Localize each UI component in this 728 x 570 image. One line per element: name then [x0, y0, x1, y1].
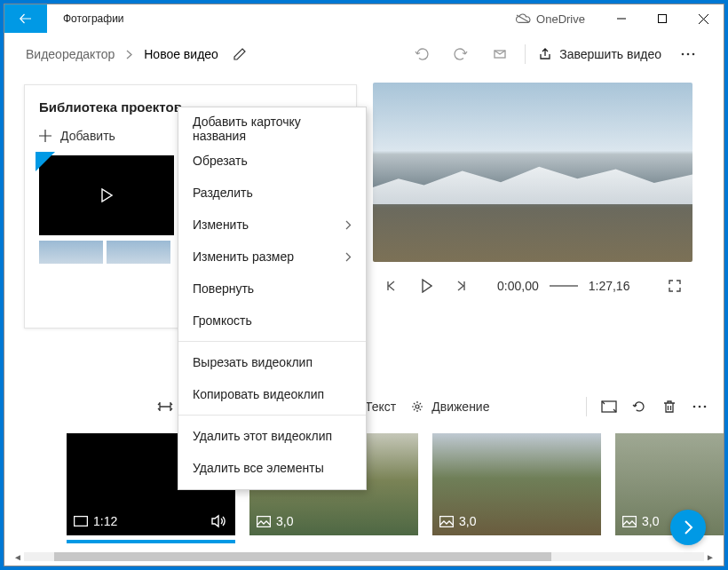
- chevron-right-icon: [344, 252, 352, 262]
- svg-point-4: [692, 53, 695, 56]
- scroll-thumb[interactable]: [54, 552, 551, 561]
- library-item[interactable]: [39, 241, 103, 264]
- clip-duration: 3,0: [459, 514, 476, 528]
- time-separator: [550, 285, 578, 287]
- context-menu-item[interactable]: Вырезать видеоклип: [178, 346, 366, 378]
- library-item[interactable]: [107, 241, 170, 264]
- time-total: 1:27,16: [583, 279, 636, 293]
- minimize-button[interactable]: [601, 4, 642, 33]
- add-label: Добавить: [60, 129, 115, 143]
- context-menu-label: Удалить этот видеоклип: [193, 429, 332, 443]
- motion-label: Движение: [431, 400, 489, 414]
- storyboard-clip[interactable]: 3,0: [432, 433, 601, 535]
- svg-point-9: [704, 406, 707, 408]
- context-menu-item[interactable]: Удалить все элементы: [178, 452, 366, 484]
- play-button[interactable]: [408, 279, 444, 293]
- svg-point-7: [693, 406, 696, 408]
- svg-point-8: [699, 406, 701, 408]
- preview-frame[interactable]: [373, 83, 692, 262]
- back-button[interactable]: [4, 4, 47, 33]
- more-clip-button[interactable]: [684, 392, 715, 422]
- export-icon: [538, 47, 552, 61]
- fullscreen-button[interactable]: [657, 279, 692, 293]
- svg-point-5: [415, 405, 419, 408]
- context-menu-item[interactable]: Громкость: [178, 305, 366, 336]
- cloud-icon: [515, 13, 531, 24]
- context-menu-item[interactable]: Разделить: [178, 177, 366, 209]
- volume-icon[interactable]: [210, 514, 226, 528]
- chevron-right-icon: [344, 220, 352, 230]
- toolbar-separator: [525, 44, 526, 64]
- svg-rect-13: [623, 516, 637, 526]
- context-menu-label: Добавить карточку названия: [193, 115, 352, 143]
- svg-rect-11: [257, 516, 271, 526]
- svg-rect-0: [659, 15, 667, 23]
- finish-video-button[interactable]: Завершить видео: [531, 47, 669, 61]
- text-label: Текст: [365, 400, 396, 414]
- aspect-button[interactable]: [594, 392, 624, 422]
- storyboard-clip[interactable]: 3,0: [615, 433, 724, 535]
- context-menu-label: Вырезать видеоклип: [193, 355, 313, 369]
- selection-corner-icon: [36, 152, 55, 171]
- context-menu: Добавить карточку названияОбрезатьРаздел…: [178, 107, 367, 490]
- maximize-button[interactable]: [642, 4, 683, 33]
- add-media-button[interactable]: Добавить: [39, 129, 115, 143]
- play-icon: [100, 188, 113, 202]
- context-menu-item[interactable]: Удалить этот видеоклип: [178, 420, 366, 452]
- context-menu-separator: [178, 341, 366, 342]
- plus-icon: [39, 130, 51, 142]
- breadcrumb-root[interactable]: Видеоредактор: [26, 47, 115, 61]
- next-frame-button[interactable]: [444, 280, 479, 292]
- more-button[interactable]: [669, 36, 708, 72]
- context-menu-item[interactable]: Изменить размер: [178, 241, 366, 273]
- context-menu-label: Изменить: [193, 218, 249, 232]
- context-menu-label: Обрезать: [193, 154, 248, 168]
- svg-rect-12: [440, 516, 454, 526]
- horizontal-scrollbar[interactable]: ◄ ►: [12, 550, 716, 564]
- context-menu-label: Повернуть: [193, 281, 254, 296]
- svg-point-2: [682, 53, 684, 56]
- prev-frame-button[interactable]: [373, 280, 408, 292]
- view-toggle-button[interactable]: [480, 36, 519, 72]
- context-menu-separator: [178, 415, 366, 416]
- clip-duration: 3,0: [276, 514, 293, 528]
- aspect-icon: [74, 516, 88, 526]
- scroll-left-icon[interactable]: ◄: [12, 550, 24, 564]
- motion-icon: [410, 400, 424, 414]
- edit-title-button[interactable]: [233, 47, 247, 61]
- context-menu-label: Изменить размер: [193, 249, 294, 264]
- clip-duration: 1:12: [93, 514, 117, 528]
- scroll-right-icon[interactable]: ►: [704, 550, 716, 564]
- image-icon: [257, 516, 271, 527]
- context-menu-label: Разделить: [193, 186, 253, 200]
- close-button[interactable]: [683, 4, 724, 33]
- context-menu-label: Удалить все элементы: [193, 461, 324, 475]
- clip-duration: 3,0: [642, 514, 659, 528]
- library-item-selected[interactable]: [39, 155, 174, 235]
- chevron-right-icon: [125, 50, 133, 59]
- image-icon: [622, 516, 637, 527]
- onedrive-link[interactable]: OneDrive: [515, 12, 601, 26]
- redo-button[interactable]: [441, 36, 480, 72]
- context-menu-item[interactable]: Добавить карточку названия: [178, 113, 366, 145]
- trim-button[interactable]: [150, 392, 180, 422]
- context-menu-item[interactable]: Изменить: [178, 209, 366, 241]
- context-menu-label: Копировать видеоклип: [193, 387, 324, 401]
- breadcrumb-current[interactable]: Новое видео: [144, 47, 218, 61]
- finish-label: Завершить видео: [559, 47, 661, 61]
- context-menu-item[interactable]: Повернуть: [178, 273, 366, 305]
- rotate-button[interactable]: [624, 392, 654, 422]
- image-icon: [439, 516, 454, 527]
- scroll-right-button[interactable]: [670, 510, 706, 545]
- svg-rect-10: [75, 517, 88, 526]
- context-menu-item[interactable]: Копировать видеоклип: [178, 378, 366, 410]
- svg-point-3: [687, 53, 690, 56]
- time-current: 0:00,00: [492, 279, 544, 293]
- context-menu-label: Громкость: [193, 313, 252, 328]
- delete-button[interactable]: [654, 392, 684, 422]
- app-title: Фотографии: [47, 12, 124, 25]
- onedrive-label: OneDrive: [536, 12, 585, 26]
- motion-button[interactable]: Движение: [403, 400, 496, 414]
- undo-button[interactable]: [402, 36, 441, 72]
- context-menu-item[interactable]: Обрезать: [178, 145, 366, 177]
